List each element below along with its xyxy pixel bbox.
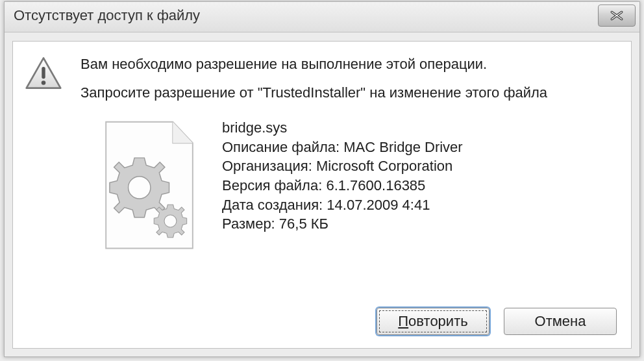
file-created-label: Дата создания: (222, 197, 323, 213)
file-organization-value: Microsoft Corporation (316, 158, 452, 174)
retry-button[interactable]: Повторить (377, 308, 489, 335)
sys-file-icon (91, 118, 208, 258)
message-row: Вам необходимо разрешение на выполнение … (25, 53, 615, 113)
titlebar: Отсутствует доступ к файлу (5, 2, 639, 32)
file-details: bridge.sys Описание файла: MAC Bridge Dr… (222, 118, 463, 258)
file-size-label: Размер: (222, 216, 275, 232)
file-size: Размер: 76,5 КБ (222, 214, 463, 234)
file-size-value: 76,5 КБ (279, 216, 328, 232)
content-area: Вам необходимо разрешение на выполнение … (13, 42, 631, 301)
file-info-row: bridge.sys Описание файла: MAC Bridge Dr… (91, 118, 615, 258)
file-organization: Организация: Microsoft Corporation (222, 156, 463, 176)
file-version-label: Версия файла: (222, 177, 322, 193)
message-secondary: Запросите разрешение от "TrustedInstalle… (80, 84, 547, 101)
svg-point-1 (42, 81, 46, 85)
file-created: Дата создания: 14.07.2009 4:41 (222, 195, 463, 215)
warning-icon (25, 56, 62, 95)
file-created-value: 14.07.2009 4:41 (327, 197, 430, 213)
close-button[interactable] (598, 5, 636, 27)
window-title: Отсутствует доступ к файлу (14, 7, 200, 24)
button-row: Повторить Отмена (377, 308, 617, 335)
retry-button-label: Повторить (398, 313, 467, 330)
cancel-button[interactable]: Отмена (504, 308, 617, 335)
file-description-label: Описание файла: (222, 139, 340, 155)
file-version-value: 6.1.7600.16385 (326, 177, 425, 193)
cancel-button-label: Отмена (535, 313, 586, 330)
file-description: Описание файла: MAC Bridge Driver (222, 138, 463, 157)
client-area: Вам необходимо разрешение на выполнение … (12, 41, 632, 349)
svg-point-3 (164, 215, 177, 227)
file-name: bridge.sys (222, 118, 463, 138)
messages: Вам необходимо разрешение на выполнение … (80, 53, 547, 113)
svg-point-2 (129, 177, 151, 199)
close-icon (610, 10, 624, 21)
file-description-value: MAC Bridge Driver (343, 139, 462, 155)
svg-rect-0 (42, 67, 45, 79)
message-primary: Вам необходимо разрешение на выполнение … (80, 56, 547, 73)
file-organization-label: Организация: (222, 158, 312, 174)
dialog-window: Отсутствует доступ к файлу (4, 1, 640, 357)
file-version: Версия файла: 6.1.7600.16385 (222, 176, 463, 195)
